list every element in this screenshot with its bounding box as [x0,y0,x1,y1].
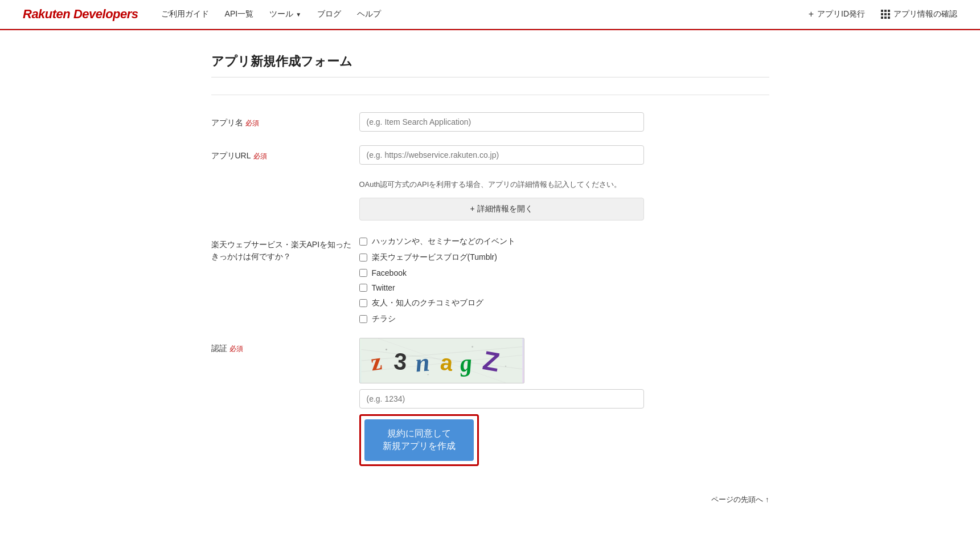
oauth-field: OAuth認可方式のAPIを利用する場合、アプリの詳細情報も記入してください。 … [359,178,644,220]
page-top-area: ページの先頭へ ↑ [211,489,769,505]
checkbox-2[interactable] [359,269,367,277]
svg-point-12 [427,374,428,375]
main-nav: ご利用ガイド API一覧 ツール ▼ ブログ ヘルプ [161,9,809,19]
app-url-field [359,145,644,165]
main-content: アプリ新規作成フォーム アプリ名必須 アプリURL必須 OAuth認可方式のAP… [177,30,803,528]
nav-api-list[interactable]: API一覧 [225,9,254,19]
submit-button[interactable]: 規約に同意して 新規アプリを作成 [364,419,474,461]
header-actions: + アプリID発行 アプリ情報の確認 [809,9,957,19]
list-item[interactable]: 友人・知人のクチコミやブログ [359,298,644,308]
form-divider [211,95,769,95]
app-url-input[interactable] [359,145,644,165]
grid-icon [881,10,890,19]
app-name-required-badge: 必須 [245,119,259,127]
oauth-label-spacer [211,178,359,183]
app-name-input[interactable] [359,112,644,132]
captcha-row: 認証必須 [211,338,769,466]
page-title: アプリ新規作成フォーム [211,53,769,77]
chevron-down-icon: ▼ [296,11,301,18]
logo[interactable]: Rakuten Developers [23,7,138,22]
svg-text:n: n [414,348,430,378]
captcha-label: 認証必須 [211,338,359,354]
oauth-notice-text: OAuth認可方式のAPIを利用する場合、アプリの詳細情報も記入してください。 [359,178,644,191]
oauth-row: OAuth認可方式のAPIを利用する場合、アプリの詳細情報も記入してください。 … [211,178,769,220]
checkbox-0[interactable] [359,238,367,246]
page-top-link[interactable]: ページの先頭へ ↑ [711,495,769,505]
nav-guide[interactable]: ご利用ガイド [161,9,209,19]
app-name-label: アプリ名必須 [211,112,359,129]
app-url-required-badge: 必須 [253,152,267,160]
list-item[interactable]: 楽天ウェブサービスブログ(Tumblr) [359,252,644,263]
logo-developers: Developers [73,7,138,21]
list-item[interactable]: チラシ [359,314,644,324]
captcha-image: z 3 n a g Z [359,338,524,383]
issue-app-id-link[interactable]: + アプリID発行 [809,9,865,19]
site-header: Rakuten Developers ご利用ガイド API一覧 ツール ▼ ブロ… [0,0,980,29]
app-name-row: アプリ名必須 [211,112,769,132]
svg-point-11 [386,349,387,350]
checkbox-group: ハッカソンや、セミナーなどのイベント楽天ウェブサービスブログ(Tumblr)Fa… [359,234,644,324]
referral-row: 楽天ウェブサービス・楽天APIを知ったきっかけは何ですか？ ハッカソンや、セミナ… [211,234,769,324]
referral-field: ハッカソンや、セミナーなどのイベント楽天ウェブサービスブログ(Tumblr)Fa… [359,234,644,324]
list-item[interactable]: Twitter [359,283,644,292]
svg-point-14 [505,366,506,367]
list-item[interactable]: Facebook [359,268,644,277]
list-item[interactable]: ハッカソンや、セミナーなどのイベント [359,236,644,247]
logo-rakuten: Rakuten [23,7,70,21]
checkbox-4[interactable] [359,299,367,307]
svg-text:3: 3 [392,348,408,375]
app-url-label: アプリURL必須 [211,145,359,162]
app-name-field [359,112,644,132]
nav-tools-dropdown[interactable]: ツール ▼ [269,9,301,19]
submit-wrapper: 規約に同意して 新規アプリを作成 [359,414,479,466]
checkbox-3[interactable] [359,284,367,292]
submit-area: 規約に同意して 新規アプリを作成 [359,414,644,466]
referral-label: 楽天ウェブサービス・楽天APIを知ったきっかけは何ですか？ [211,234,359,263]
checkbox-1[interactable] [359,254,367,262]
app-url-row: アプリURL必須 [211,145,769,165]
captcha-required-badge: 必須 [229,345,243,353]
nav-blog[interactable]: ブログ [317,9,341,19]
check-app-info-link[interactable]: アプリ情報の確認 [881,9,957,19]
nav-help[interactable]: ヘルプ [357,9,381,19]
captcha-field: z 3 n a g Z 規約に同意して [359,338,644,466]
plus-icon: + [809,9,814,19]
checkbox-5[interactable] [359,315,367,323]
svg-point-13 [471,346,473,348]
captcha-input[interactable] [359,389,644,409]
details-open-button[interactable]: + 詳細情報を開く [359,198,644,220]
